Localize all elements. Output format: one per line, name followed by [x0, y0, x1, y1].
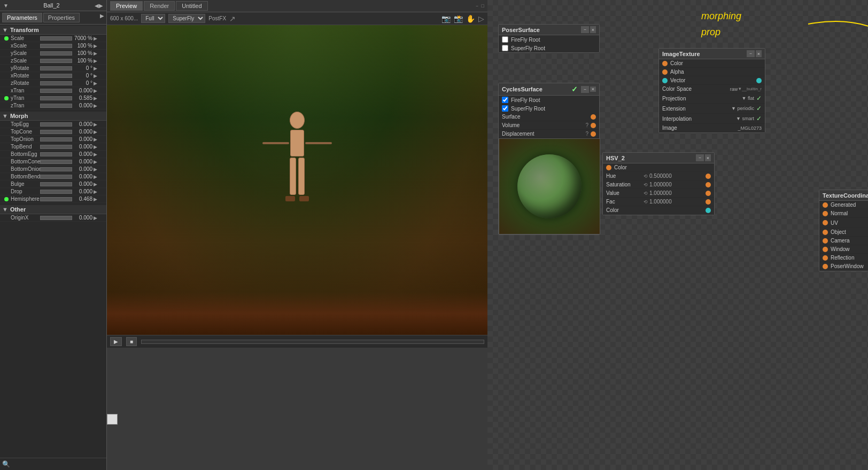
bottomonion-slider[interactable] [40, 167, 72, 171]
image-texture-alpha-label: Alpha [670, 69, 762, 75]
zscale-arrow[interactable]: ▶ [94, 58, 99, 64]
toponion-slider[interactable] [40, 137, 72, 142]
zscale-slider[interactable] [40, 59, 72, 63]
xrotate-slider[interactable] [40, 74, 72, 78]
poser-surface-header[interactable]: PoserSurface － × [499, 25, 599, 35]
preview-viewport[interactable] [107, 25, 487, 335]
cycles-surface-header[interactable]: CyclesSurface ✓ － × [499, 83, 599, 96]
ytran-arrow[interactable]: ▶ [94, 96, 99, 101]
bottombend-slider[interactable] [40, 175, 72, 179]
image-texture-extension-row: Extension ▼ periodic ✓ [659, 104, 765, 114]
originx-arrow[interactable]: ▶ [94, 215, 99, 221]
poser-fireflyroot-check[interactable] [502, 36, 508, 43]
image-texture-minimize[interactable]: － [747, 50, 755, 57]
bottombend-arrow[interactable]: ▶ [94, 174, 99, 179]
ztran-slider[interactable] [40, 104, 72, 108]
image-texture-header[interactable]: ImageTexture － × [659, 49, 765, 59]
topcone-arrow[interactable]: ▶ [94, 129, 99, 135]
hsv-close[interactable]: × [705, 154, 711, 161]
drop-arrow[interactable]: ▶ [94, 189, 99, 194]
camera-icon[interactable]: 📷 [441, 14, 451, 23]
render-btn[interactable]: ■ [126, 337, 137, 346]
drop-value: 0.000 [72, 189, 92, 194]
cycles-minimize[interactable]: － [581, 86, 589, 93]
colorspace-dropdown[interactable]: ▼__builtin_r [738, 87, 762, 91]
cycles-close[interactable]: × [590, 87, 596, 92]
hemisphere-slider[interactable] [40, 197, 72, 201]
hsv-header[interactable]: HSV_2 － × [603, 153, 714, 163]
tab-untitled[interactable]: Untitled [176, 1, 207, 11]
poser-superflyroot-check[interactable] [502, 45, 508, 51]
hsv-minimize[interactable]: － [696, 154, 704, 161]
ztran-label: zTran [11, 103, 40, 108]
minimize-icon[interactable]: － [475, 3, 479, 10]
topbend-arrow[interactable]: ▶ [94, 144, 99, 150]
xscale-slider[interactable] [40, 44, 72, 48]
texcoord-header[interactable]: TextureCoordinate － × [819, 190, 868, 201]
tab-properties[interactable]: Properties [43, 13, 80, 22]
tab-parameters[interactable]: Parameters [2, 13, 42, 22]
topegg-arrow[interactable]: ▶ [94, 122, 99, 127]
tab-render[interactable]: Render [144, 1, 175, 11]
pan-icon[interactable]: ✋ [466, 14, 475, 23]
bottomegg-label: BottomEgg [11, 151, 40, 157]
yrotate-arrow[interactable]: ▶ [94, 66, 99, 71]
node-canvas[interactable]: morphing prop [487, 0, 868, 470]
toponion-arrow[interactable]: ▶ [94, 137, 99, 142]
texcoord-normal-dot [823, 211, 828, 216]
bottomcone-slider[interactable] [40, 160, 72, 164]
yscale-slider[interactable] [40, 51, 72, 56]
originx-value: 0.000 [72, 215, 92, 221]
scrub-bar[interactable] [141, 340, 484, 344]
bottomegg-slider[interactable] [40, 152, 72, 156]
hsv-color-in-dot [706, 208, 711, 213]
ytran-slider[interactable] [40, 96, 72, 100]
originx-slider[interactable] [40, 216, 72, 220]
hemisphere-arrow[interactable]: ▶ [94, 197, 99, 202]
zrotate-slider[interactable] [40, 81, 72, 85]
cycles-superflyroot-check[interactable] [502, 105, 508, 112]
xrotate-arrow[interactable]: ▶ [94, 73, 99, 79]
quality-select[interactable]: Full [141, 14, 165, 23]
section-other-header[interactable]: ▼ Other [0, 205, 106, 214]
xtran-arrow[interactable]: ▶ [94, 88, 99, 93]
drop-slider[interactable] [40, 190, 72, 194]
bottomonion-arrow[interactable]: ▶ [94, 167, 99, 172]
topbend-slider[interactable] [40, 145, 72, 149]
cycles-fireflyroot-check[interactable] [502, 97, 508, 103]
topcone-slider[interactable] [40, 130, 72, 134]
nav-icon[interactable]: ▷ [478, 14, 484, 23]
close-icon[interactable]: □ [482, 3, 484, 9]
bottomonion-value: 0.000 [72, 166, 92, 172]
expand-icon[interactable]: ▶ [100, 13, 104, 22]
yrotate-slider[interactable] [40, 66, 72, 70]
bottomegg-arrow[interactable]: ▶ [94, 152, 99, 157]
bulge-arrow[interactable]: ▶ [94, 182, 99, 187]
param-hemisphere: Hemisphere 0.468 ▶ [0, 195, 106, 203]
section-transform-header[interactable]: ▼ Transform [0, 26, 106, 35]
hsv-title: HSV_2 [606, 155, 625, 161]
scale-arrow[interactable]: ▶ [94, 36, 99, 41]
renderer-select[interactable]: SuperFly [168, 14, 205, 23]
topegg-slider[interactable] [40, 122, 72, 127]
search-icon[interactable]: 🔍 [2, 460, 10, 468]
poser-surface-close[interactable]: × [590, 26, 596, 33]
image-texture-close[interactable]: × [756, 50, 762, 57]
play-btn[interactable]: ▶ [110, 337, 122, 346]
tab-preview[interactable]: Preview [110, 1, 143, 11]
zrotate-arrow[interactable]: ▶ [94, 81, 99, 86]
bulge-slider[interactable] [40, 182, 72, 186]
postfx-label[interactable]: PostFX [208, 15, 226, 21]
xtran-slider[interactable] [40, 89, 72, 93]
ztran-arrow[interactable]: ▶ [94, 103, 99, 108]
color-swatch[interactable] [107, 414, 118, 425]
poser-surface-minimize[interactable]: － [581, 26, 589, 33]
section-morph-header[interactable]: ▼ Morph [0, 112, 106, 121]
yscale-arrow[interactable]: ▶ [94, 51, 99, 56]
projection-check: ✓ [756, 95, 762, 102]
postfx-icon[interactable]: ↗ [229, 14, 236, 23]
scale-slider[interactable] [40, 36, 72, 41]
xscale-arrow[interactable]: ▶ [94, 43, 99, 49]
snapshot-icon[interactable]: 📸 [454, 14, 463, 23]
bottomcone-arrow[interactable]: ▶ [94, 159, 99, 164]
